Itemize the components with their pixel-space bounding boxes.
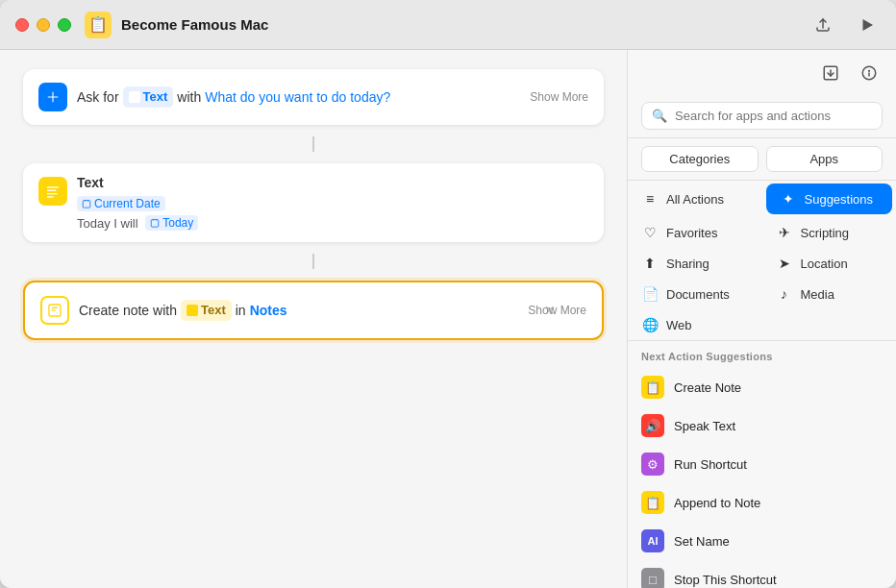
- ask-label-pre: Ask for: [77, 87, 119, 108]
- suggestion-set-name[interactable]: AI Set Name: [628, 522, 896, 560]
- search-bar[interactable]: 🔍: [641, 102, 883, 130]
- suggestion-create-note[interactable]: 📋 Create Note: [628, 368, 896, 406]
- cat-scripting[interactable]: ✈ Scripting: [762, 217, 897, 248]
- sharing-icon: ⬆: [641, 256, 659, 271]
- titlebar-actions: [809, 12, 881, 38]
- svg-rect-8: [83, 201, 90, 208]
- cat-documents[interactable]: 📄 Documents: [628, 279, 762, 309]
- main-content: Ask for Text with What do you want to do…: [0, 50, 896, 588]
- right-panel: 🔍 Categories Apps ≡ All Actions: [627, 50, 896, 588]
- media-icon: ♪: [776, 286, 793, 302]
- ask-prompt[interactable]: What do you want to do today?: [205, 87, 390, 108]
- create-note-icon: 📋: [641, 376, 664, 399]
- close-note-card-btn[interactable]: ✕: [540, 301, 560, 320]
- search-input[interactable]: [675, 109, 872, 123]
- location-icon: ➤: [776, 256, 793, 271]
- divider-1: [312, 136, 314, 152]
- cat-media[interactable]: ♪ Media: [762, 279, 897, 309]
- suggestions-icon: ✦: [780, 191, 797, 207]
- text-card-content: Current Date Today I will Today: [77, 196, 198, 231]
- divider-2: [312, 254, 314, 269]
- categories-grid: ≡ All Actions ✦ Suggestions ♡ Favorites …: [628, 181, 896, 341]
- stop-shortcut-icon: □: [641, 568, 664, 588]
- text-card-title: Text: [77, 175, 198, 190]
- titlebar: 📋 Become Famous Mac: [0, 0, 896, 50]
- note-label-mid: in: [236, 301, 246, 321]
- documents-icon: 📄: [641, 286, 659, 302]
- scripting-icon: ✈: [776, 225, 793, 240]
- today-tag[interactable]: Today: [145, 215, 198, 231]
- suggestion-append-note[interactable]: 📋 Append to Note: [628, 483, 896, 522]
- cat-all-actions[interactable]: ≡ All Actions: [628, 181, 762, 217]
- note-text-tag[interactable]: Text: [181, 300, 232, 321]
- tab-row: Categories Apps: [628, 138, 896, 181]
- app-window: 📋 Become Famous Mac: [0, 0, 896, 588]
- note-dest[interactable]: Notes: [250, 301, 287, 321]
- create-note-card[interactable]: Create note with Text in Notes Show More…: [23, 281, 604, 340]
- cat-web[interactable]: 🌐 Web: [628, 309, 762, 340]
- close-button[interactable]: [15, 18, 29, 32]
- suggestions-title: Next Action Suggestions: [628, 341, 896, 368]
- web-icon: 🌐: [641, 317, 659, 332]
- svg-rect-4: [47, 186, 59, 187]
- favorites-icon: ♡: [641, 225, 659, 240]
- current-date-tag[interactable]: Current Date: [77, 196, 165, 211]
- text-block-card[interactable]: Text Current Date Today I will: [23, 163, 604, 242]
- text-tag-icon: [129, 91, 140, 103]
- ask-text-tag[interactable]: Text: [123, 86, 174, 108]
- suggestion-run-shortcut[interactable]: ⚙ Run Shortcut: [628, 445, 896, 483]
- upload-button[interactable]: [809, 12, 836, 38]
- tab-categories[interactable]: Categories: [641, 146, 759, 172]
- ask-icon: [38, 83, 67, 111]
- ask-for-text-card[interactable]: Ask for Text with What do you want to do…: [23, 69, 604, 125]
- svg-rect-7: [47, 196, 54, 197]
- show-more-btn-1[interactable]: Show More: [530, 90, 588, 104]
- suggestion-stop-shortcut[interactable]: □ Stop This Shortcut: [628, 560, 896, 588]
- note-icon: [40, 296, 69, 325]
- note-label-pre: Create note with: [79, 301, 177, 321]
- tab-apps[interactable]: Apps: [766, 146, 884, 172]
- play-button[interactable]: [854, 12, 881, 38]
- svg-rect-11: [151, 220, 159, 228]
- info-icon-btn[interactable]: [856, 60, 883, 86]
- note-tag-icon: [187, 305, 198, 316]
- svg-rect-6: [47, 193, 58, 194]
- text-body-prefix: Today I will: [77, 216, 138, 231]
- traffic-lights: [15, 18, 71, 32]
- cat-suggestions[interactable]: ✦ Suggestions: [766, 184, 893, 214]
- svg-marker-1: [863, 19, 874, 31]
- text-icon: [38, 177, 67, 206]
- window-title: Become Famous Mac: [121, 16, 268, 33]
- download-icon-btn[interactable]: [817, 60, 844, 86]
- minimize-button[interactable]: [37, 18, 50, 32]
- cat-sharing[interactable]: ⬆ Sharing: [628, 248, 762, 279]
- maximize-button[interactable]: [58, 18, 71, 32]
- set-name-icon: AI: [641, 529, 664, 552]
- left-panel: Ask for Text with What do you want to do…: [0, 50, 627, 588]
- cat-favorites[interactable]: ♡ Favorites: [628, 217, 762, 248]
- right-panel-header: [628, 50, 896, 90]
- suggestion-speak-text[interactable]: 🔊 Speak Text: [628, 406, 896, 445]
- search-icon: 🔍: [652, 109, 667, 123]
- run-shortcut-icon: ⚙: [641, 453, 664, 476]
- ask-label-mid: with: [177, 87, 201, 108]
- speak-text-icon: 🔊: [641, 414, 664, 437]
- all-actions-icon: ≡: [641, 191, 659, 207]
- search-container: 🔍: [628, 90, 896, 138]
- cat-location[interactable]: ➤ Location: [762, 248, 897, 279]
- suggestions-section: Next Action Suggestions 📋 Create Note 🔊 …: [628, 341, 896, 588]
- append-note-icon: 📋: [641, 491, 664, 514]
- app-icon: 📋: [85, 12, 112, 38]
- svg-rect-5: [47, 190, 56, 191]
